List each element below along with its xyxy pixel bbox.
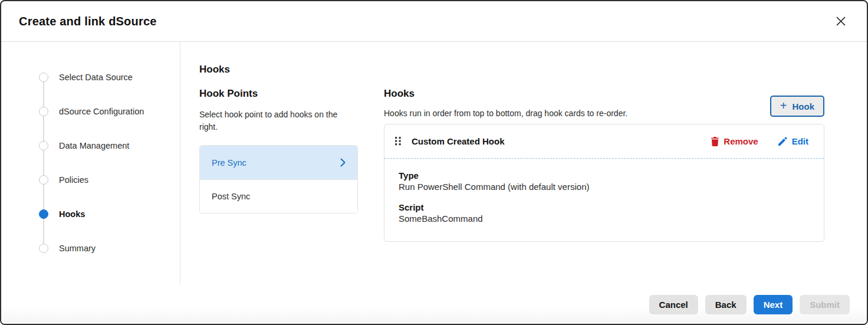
edit-label: Edit bbox=[792, 136, 808, 146]
hook-points-description: Select hook point to add hooks on the ri… bbox=[199, 109, 358, 133]
step-policies[interactable]: Policies bbox=[1, 163, 180, 197]
hook-point-list: Pre Sync Post Sync bbox=[199, 145, 358, 214]
hooks-panel: Hooks Hooks run in order from top to bot… bbox=[384, 88, 824, 242]
step-circle-icon bbox=[39, 141, 48, 150]
step-circle-icon bbox=[39, 175, 48, 185]
next-button[interactable]: Next bbox=[754, 295, 793, 314]
step-label: Summary bbox=[59, 244, 96, 253]
hook-point-label: Pre Sync bbox=[212, 158, 246, 168]
trash-icon bbox=[711, 137, 719, 146]
modal-footer: Cancel Back Next Submit bbox=[1, 285, 867, 324]
pencil-icon bbox=[778, 137, 787, 146]
hook-points-heading: Hook Points bbox=[199, 88, 358, 100]
chevron-right-icon bbox=[340, 158, 346, 167]
hook-point-post-sync[interactable]: Post Sync bbox=[200, 179, 357, 213]
field-label-type: Type bbox=[399, 170, 810, 180]
remove-label: Remove bbox=[724, 136, 758, 146]
add-hook-button[interactable]: + Hook bbox=[770, 96, 824, 117]
hook-point-pre-sync[interactable]: Pre Sync bbox=[200, 146, 357, 179]
wizard-stepper: Select Data Source dSource Configuration… bbox=[1, 42, 180, 285]
remove-hook-button[interactable]: Remove bbox=[711, 136, 758, 146]
step-circle-icon bbox=[39, 244, 48, 253]
step-circle-active-icon bbox=[39, 209, 48, 219]
step-data-management[interactable]: Data Management bbox=[1, 129, 180, 163]
close-button[interactable] bbox=[833, 13, 849, 29]
hook-card-actions: Remove Edit bbox=[711, 136, 808, 146]
step-circle-icon bbox=[39, 107, 48, 116]
hook-point-label: Post Sync bbox=[212, 192, 250, 201]
drag-handle-icon[interactable] bbox=[394, 136, 403, 147]
close-icon bbox=[835, 15, 847, 27]
step-summary[interactable]: Summary bbox=[1, 231, 180, 265]
step-label: Data Management bbox=[59, 141, 129, 150]
hook-card-body: Type Run PowerShell Command (with defaul… bbox=[384, 159, 824, 241]
plus-icon: + bbox=[780, 100, 787, 111]
main-content: Hooks Hook Points Select hook point to a… bbox=[180, 42, 867, 285]
create-dsource-modal: Create and link dSource Select Data Sour… bbox=[0, 0, 868, 325]
hook-card: Custom Created Hook Remove bbox=[384, 124, 824, 242]
page-title: Hooks bbox=[199, 64, 824, 75]
hooks-description: Hooks run in order from top to bottom, d… bbox=[384, 109, 824, 118]
add-hook-button-label: Hook bbox=[793, 101, 815, 111]
step-hooks[interactable]: Hooks bbox=[1, 197, 180, 231]
hooks-heading: Hooks bbox=[384, 88, 824, 100]
step-dsource-configuration[interactable]: dSource Configuration bbox=[1, 94, 180, 129]
hook-points-panel: Hook Points Select hook point to add hoo… bbox=[199, 88, 358, 214]
hook-card-title: Custom Created Hook bbox=[412, 136, 505, 146]
back-button[interactable]: Back bbox=[705, 295, 747, 314]
field-value-script: SomeBashCommand bbox=[399, 214, 810, 224]
cancel-button[interactable]: Cancel bbox=[649, 295, 698, 314]
hook-card-header: Custom Created Hook Remove bbox=[384, 124, 824, 158]
modal-body: Select Data Source dSource Configuration… bbox=[1, 42, 867, 285]
modal-header: Create and link dSource bbox=[1, 1, 867, 42]
edit-hook-button[interactable]: Edit bbox=[778, 136, 808, 146]
step-circle-icon bbox=[39, 73, 48, 82]
step-label: Policies bbox=[59, 175, 88, 185]
field-label-script: Script bbox=[399, 202, 810, 212]
field-value-type: Run PowerShell Command (with default ver… bbox=[399, 182, 810, 192]
step-label: Hooks bbox=[59, 209, 85, 219]
submit-button[interactable]: Submit bbox=[800, 295, 850, 314]
step-label: dSource Configuration bbox=[59, 107, 144, 116]
modal-title: Create and link dSource bbox=[19, 15, 157, 28]
step-label: Select Data Source bbox=[59, 73, 133, 82]
step-select-data-source[interactable]: Select Data Source bbox=[1, 60, 180, 94]
